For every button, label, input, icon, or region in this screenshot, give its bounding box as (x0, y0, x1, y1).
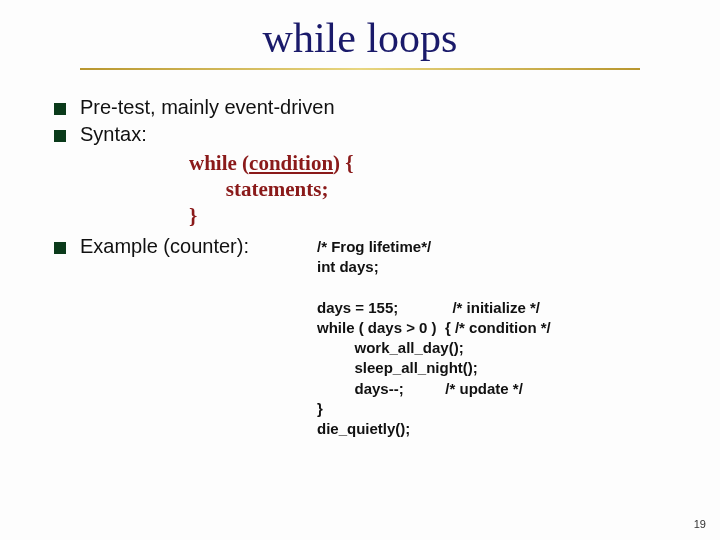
syntax-line-2: statements; (189, 176, 680, 202)
bullet-row-2: Syntax: (54, 123, 680, 146)
syntax-line-3: } (189, 203, 680, 229)
syntax-while: while ( (189, 151, 249, 175)
bullet-text-3: Example (counter): (80, 235, 249, 258)
syntax-brace: ) { (333, 151, 354, 175)
title-part-loops: loops (356, 15, 458, 61)
bullet-icon (54, 103, 66, 115)
page-number: 19 (694, 518, 706, 530)
bullet-row-3: Example (counter): /* Frog lifetime*/ in… (54, 235, 680, 440)
bullet-row-1: Pre-test, mainly event-driven (54, 96, 680, 119)
title-part-while: while (263, 15, 356, 61)
bullet-text-2: Syntax: (80, 123, 147, 146)
syntax-condition: condition (249, 151, 333, 175)
bullet-text-1: Pre-test, mainly event-driven (80, 96, 335, 119)
bullet-icon (54, 242, 66, 254)
bullet-icon (54, 130, 66, 142)
syntax-block: while (condition) { statements; } (189, 150, 680, 229)
code-example: /* Frog lifetime*/ int days; days = 155;… (317, 237, 551, 440)
slide-content: Pre-test, mainly event-driven Syntax: wh… (0, 70, 720, 439)
syntax-line-1: while (condition) { (189, 150, 680, 176)
slide-title-area: while loops (0, 0, 720, 70)
slide-title: while loops (0, 14, 720, 62)
